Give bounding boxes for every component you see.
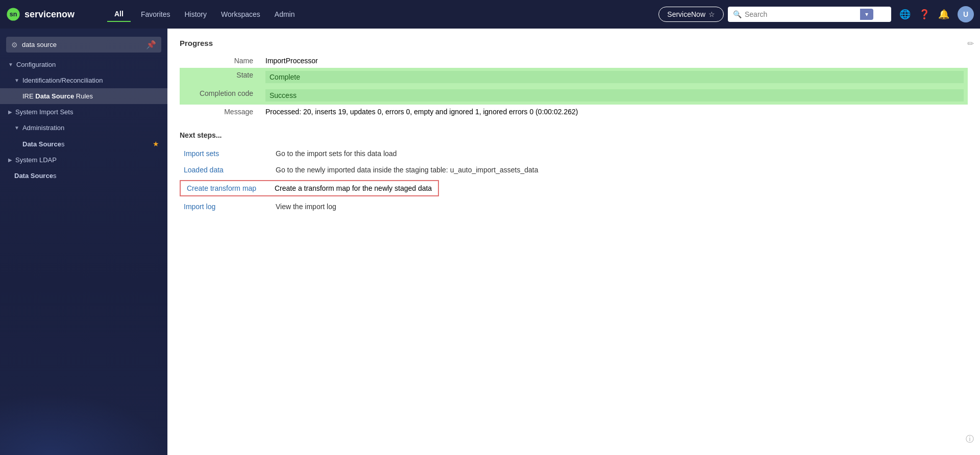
all-nav-button[interactable]: All bbox=[107, 7, 131, 22]
sidebar-item-system-import-sets-label: System Import Sets bbox=[15, 108, 73, 116]
pin-icon[interactable]: 📌 bbox=[146, 40, 156, 49]
completion-code-value: Success bbox=[261, 86, 968, 105]
sidebar-item-administration-label: Administration bbox=[22, 124, 64, 132]
create-transform-map-desc: Create a transform map for the newly sta… bbox=[275, 184, 432, 192]
create-transform-map-container: Create transform map Create a transform … bbox=[180, 180, 439, 196]
progress-title: Progress bbox=[180, 39, 968, 47]
workspaces-nav-link[interactable]: Workspaces bbox=[215, 7, 266, 21]
edit-icon[interactable]: ✏ bbox=[967, 39, 974, 48]
instance-name: ServiceNow bbox=[667, 10, 705, 18]
sidebar: ⚙ 📌 ▼ Configuration ▼ Identification/Rec… bbox=[0, 29, 167, 455]
loaded-data-link[interactable]: Loaded data bbox=[184, 166, 224, 174]
next-steps-title: Next steps... bbox=[180, 131, 968, 139]
notifications-icon-button[interactable]: 🔔 bbox=[938, 9, 949, 20]
sidebar-item-system-ldap-label: System LDAP bbox=[15, 156, 57, 164]
info-icon[interactable]: ⓘ bbox=[966, 434, 974, 445]
import-log-link-cell: Import log bbox=[180, 198, 272, 215]
name-value: ImportProcessor bbox=[261, 54, 968, 68]
loaded-data-desc: Go to the newly imported data inside the… bbox=[272, 162, 968, 178]
sidebar-search-bar: ⚙ 📌 bbox=[6, 37, 161, 53]
sidebar-item-configuration-label: Configuration bbox=[16, 61, 56, 68]
create-transform-map-row: Create transform map Create a transform … bbox=[180, 178, 968, 198]
search-input[interactable] bbox=[745, 10, 857, 18]
chevron-down-icon: ▼ bbox=[14, 78, 19, 83]
chevron-right-icon: ▶ bbox=[8, 109, 12, 115]
import-sets-row: Import sets Go to the import sets for th… bbox=[180, 145, 968, 162]
import-sets-desc: Go to the import sets for this data load bbox=[272, 145, 968, 162]
sidebar-item-data-sources-admin-label: Data Sources bbox=[22, 140, 64, 148]
servicenow-logo-text: servicenow bbox=[24, 9, 75, 20]
search-icon: 🔍 bbox=[733, 10, 742, 18]
main-layout: ⚙ 📌 ▼ Configuration ▼ Identification/Rec… bbox=[0, 29, 980, 455]
search-dropdown-button[interactable]: ▾ bbox=[860, 9, 873, 20]
favorites-nav-link[interactable]: Favorites bbox=[135, 7, 177, 21]
sidebar-item-identification-label: Identification/Reconciliation bbox=[22, 77, 103, 84]
completion-code-label: Completion code bbox=[180, 86, 261, 105]
sidebar-item-system-ldap[interactable]: ▶ System LDAP bbox=[0, 152, 167, 168]
admin-nav-link[interactable]: Admin bbox=[268, 7, 301, 21]
sidebar-item-data-sources-ldap-label: Data Sources bbox=[14, 172, 56, 180]
history-nav-link[interactable]: History bbox=[178, 7, 213, 21]
message-label: Message bbox=[180, 105, 261, 119]
loaded-data-link-cell: Loaded data bbox=[180, 162, 272, 178]
user-avatar[interactable]: U bbox=[958, 6, 974, 22]
state-value: Complete bbox=[261, 68, 968, 86]
sidebar-item-identification-reconciliation[interactable]: ▼ Identification/Reconciliation bbox=[0, 72, 167, 88]
svg-text:sn: sn bbox=[10, 11, 17, 18]
sidebar-item-data-sources-admin[interactable]: Data Sources ★ bbox=[0, 136, 167, 152]
name-label: Name bbox=[180, 54, 261, 68]
loaded-data-row: Loaded data Go to the newly imported dat… bbox=[180, 162, 968, 178]
search-area: 🔍 ▾ bbox=[728, 7, 891, 22]
content-area: ✏ Progress Name ImportProcessor State Co… bbox=[167, 29, 980, 455]
progress-completion-row: Completion code Success bbox=[180, 86, 968, 105]
import-log-desc: View the import log bbox=[272, 198, 968, 215]
chevron-down-icon: ▼ bbox=[8, 62, 13, 67]
nav-links: Favorites History Workspaces Admin bbox=[135, 7, 654, 21]
sidebar-item-ire-data-source-rules[interactable]: IRE Data Source Rules bbox=[0, 88, 167, 104]
servicenow-logo-icon: sn bbox=[6, 7, 20, 21]
progress-section: Progress Name ImportProcessor State Comp… bbox=[180, 39, 968, 119]
next-steps-table: Import sets Go to the import sets for th… bbox=[180, 145, 968, 215]
nav-icons: 🌐 ❓ 🔔 U bbox=[899, 6, 974, 22]
star-icon: ★ bbox=[153, 140, 159, 148]
import-log-link[interactable]: Import log bbox=[184, 203, 215, 211]
import-sets-link[interactable]: Import sets bbox=[184, 149, 219, 158]
next-steps-section: Next steps... Import sets Go to the impo… bbox=[180, 131, 968, 215]
progress-table: Name ImportProcessor State Complete Comp… bbox=[180, 54, 968, 119]
chevron-right-icon: ▶ bbox=[8, 157, 12, 163]
message-value: Processed: 20, inserts 19, updates 0, er… bbox=[261, 105, 968, 119]
top-navigation: sn servicenow All Favorites History Work… bbox=[0, 0, 980, 29]
sidebar-item-configuration[interactable]: ▼ Configuration bbox=[0, 57, 167, 72]
sidebar-item-data-sources-ldap[interactable]: Data Sources bbox=[0, 168, 167, 184]
progress-name-row: Name ImportProcessor bbox=[180, 54, 968, 68]
sidebar-item-ire-label: IRE Data Source Rules bbox=[22, 92, 93, 100]
progress-state-row: State Complete bbox=[180, 68, 968, 86]
create-transform-map-link[interactable]: Create transform map bbox=[187, 184, 268, 192]
import-sets-link-cell: Import sets bbox=[180, 145, 272, 162]
chevron-down-icon: ▼ bbox=[14, 125, 19, 131]
sidebar-search-input[interactable] bbox=[22, 41, 142, 48]
sidebar-item-system-import-sets[interactable]: ▶ System Import Sets bbox=[0, 104, 167, 120]
instance-selector-button[interactable]: ServiceNow ☆ bbox=[658, 7, 724, 22]
star-icon: ☆ bbox=[708, 10, 715, 18]
sidebar-item-administration[interactable]: ▼ Administration bbox=[0, 120, 167, 136]
create-transform-map-cell: Create transform map Create a transform … bbox=[180, 178, 968, 198]
sidebar-search-icon: ⚙ bbox=[11, 41, 18, 49]
import-log-row: Import log View the import log bbox=[180, 198, 968, 215]
logo-area: sn servicenow bbox=[6, 7, 103, 21]
globe-icon-button[interactable]: 🌐 bbox=[899, 9, 911, 20]
help-icon-button[interactable]: ❓ bbox=[919, 9, 930, 20]
state-label: State bbox=[180, 68, 261, 86]
progress-message-row: Message Processed: 20, inserts 19, updat… bbox=[180, 105, 968, 119]
